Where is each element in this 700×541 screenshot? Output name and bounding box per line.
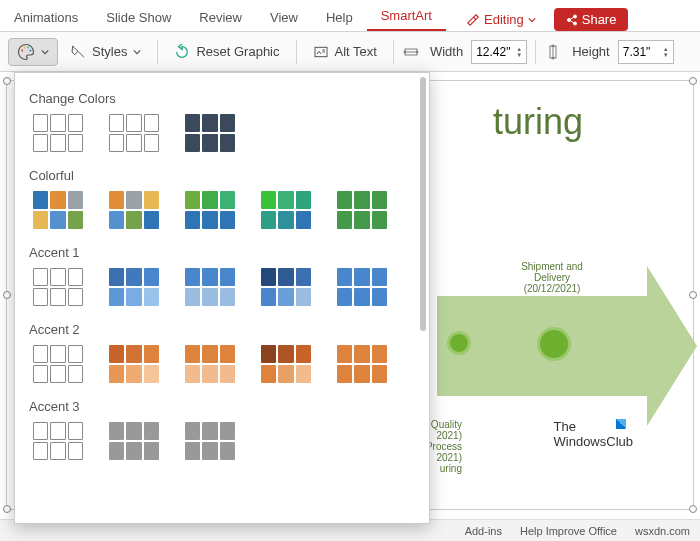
separator <box>535 40 536 64</box>
width-value: 12.42" <box>476 45 510 59</box>
width-icon <box>402 43 420 61</box>
tab-smartart[interactable]: SmartArt <box>367 2 446 31</box>
section-header: Colorful <box>29 168 419 183</box>
width-label: Width <box>430 44 463 59</box>
color-swatch[interactable] <box>337 268 387 306</box>
section-header: Accent 1 <box>29 245 419 260</box>
tab-view[interactable]: View <box>256 4 312 31</box>
color-swatch-outline-thin[interactable] <box>33 114 83 152</box>
color-swatch-outline-thick[interactable] <box>109 114 159 152</box>
ribbon-tabs: Animations Slide Show Review View Help S… <box>0 0 700 32</box>
color-swatch[interactable] <box>261 191 311 229</box>
color-swatch[interactable] <box>33 422 83 460</box>
separator <box>157 40 158 64</box>
height-label: Height <box>572 44 610 59</box>
styles-icon <box>70 44 86 60</box>
color-swatch[interactable] <box>185 422 235 460</box>
tab-animations[interactable]: Animations <box>0 4 92 31</box>
color-swatch[interactable] <box>109 268 159 306</box>
color-swatch[interactable] <box>109 422 159 460</box>
svg-point-0 <box>21 49 23 51</box>
resize-handle[interactable] <box>689 505 697 513</box>
section-header: Accent 2 <box>29 322 419 337</box>
height-value: 7.31" <box>623 45 651 59</box>
alt-text-button[interactable]: Alt Text <box>305 40 385 64</box>
editing-label: Editing <box>484 12 524 27</box>
timeline-arrowhead <box>647 266 697 426</box>
node-caption: Shipment and Delivery (20/12/2021) <box>507 261 597 294</box>
color-swatch[interactable] <box>33 268 83 306</box>
slide-title-fragment: turing <box>493 101 583 143</box>
reset-label: Reset Graphic <box>196 44 279 59</box>
swatch-row <box>29 345 419 383</box>
tab-slideshow[interactable]: Slide Show <box>92 4 185 31</box>
tab-review[interactable]: Review <box>185 4 256 31</box>
color-swatch[interactable] <box>261 268 311 306</box>
logo-icon <box>616 419 626 429</box>
color-swatch[interactable] <box>261 345 311 383</box>
separator <box>296 40 297 64</box>
resize-handle[interactable] <box>3 291 11 299</box>
change-colors-panel: Change Colors Colorful Accent 1 Accent 2… <box>14 72 430 524</box>
status-addins[interactable]: Add-ins <box>465 525 502 537</box>
share-button[interactable]: Share <box>554 8 629 31</box>
change-colors-button[interactable] <box>8 38 58 66</box>
swatch-row <box>29 114 419 152</box>
color-swatch[interactable] <box>185 191 235 229</box>
styles-button[interactable]: Styles <box>62 40 149 64</box>
chevron-down-icon <box>133 48 141 56</box>
chevron-down-icon <box>41 48 49 56</box>
status-watermark: wsxdn.com <box>635 525 690 537</box>
swatch-row <box>29 191 419 229</box>
scrollbar-thumb[interactable] <box>420 77 426 331</box>
resize-handle[interactable] <box>3 505 11 513</box>
editing-mode-dropdown[interactable]: Editing <box>458 8 544 31</box>
color-swatch[interactable] <box>109 191 159 229</box>
resize-handle[interactable] <box>689 77 697 85</box>
color-swatch[interactable] <box>33 345 83 383</box>
svg-point-3 <box>30 49 32 51</box>
alttext-icon <box>313 44 329 60</box>
share-icon <box>566 14 578 26</box>
alttext-label: Alt Text <box>335 44 377 59</box>
height-icon <box>544 43 562 61</box>
color-swatch-dark[interactable] <box>185 114 235 152</box>
timeline-node <box>537 327 571 361</box>
share-label: Share <box>582 12 617 27</box>
chevron-down-icon <box>528 16 536 24</box>
styles-label: Styles <box>92 44 127 59</box>
section-header: Accent 3 <box>29 399 419 414</box>
watermark-logo: The WindowsClub <box>554 419 633 449</box>
separator <box>393 40 394 64</box>
palette-icon <box>17 43 35 61</box>
color-swatch[interactable] <box>109 345 159 383</box>
section-header: Change Colors <box>29 91 419 106</box>
reset-icon <box>174 44 190 60</box>
resize-handle[interactable] <box>3 77 11 85</box>
spinner-icon[interactable]: ▲▼ <box>663 46 669 58</box>
reset-graphic-button[interactable]: Reset Graphic <box>166 40 287 64</box>
width-input[interactable]: 12.42" ▲▼ <box>471 40 527 64</box>
tab-help[interactable]: Help <box>312 4 367 31</box>
svg-rect-4 <box>315 47 327 56</box>
color-swatch[interactable] <box>337 191 387 229</box>
status-improve[interactable]: Help Improve Office <box>520 525 617 537</box>
svg-point-2 <box>27 46 29 48</box>
color-swatch[interactable] <box>337 345 387 383</box>
swatch-row <box>29 422 419 460</box>
smartart-toolbar: Styles Reset Graphic Alt Text Width 12.4… <box>0 32 700 72</box>
svg-point-1 <box>24 46 26 48</box>
color-swatch[interactable] <box>185 268 235 306</box>
spinner-icon[interactable]: ▲▼ <box>516 46 522 58</box>
timeline-node <box>447 331 471 355</box>
color-swatch[interactable] <box>33 191 83 229</box>
swatch-row <box>29 268 419 306</box>
height-input[interactable]: 7.31" ▲▼ <box>618 40 674 64</box>
color-swatch[interactable] <box>185 345 235 383</box>
